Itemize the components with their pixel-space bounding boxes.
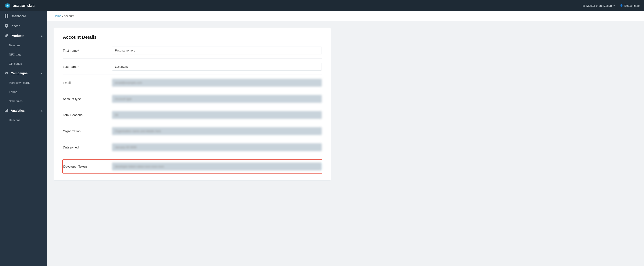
products-chevron-icon: ∧: [41, 35, 42, 37]
form-row-organization: Organization: [63, 127, 322, 139]
pin-icon: [4, 24, 8, 28]
sidebar-item-label: Schedules: [9, 99, 22, 103]
org-chevron-icon: ▼: [613, 5, 615, 7]
form-value-email: [112, 79, 322, 87]
sidebar-item-label: QR codes: [9, 62, 22, 65]
form-value-total-beacons: [112, 111, 322, 119]
form-value-account-type: [112, 95, 322, 103]
sidebar-item-label: Forms: [9, 90, 17, 94]
form-value-first-name: [112, 47, 322, 54]
form-input-account-type: [112, 95, 322, 103]
form-input-first-name[interactable]: [112, 47, 322, 54]
form-row-email: Email: [63, 79, 322, 91]
brand-logo-icon: [4, 3, 11, 9]
svg-rect-4: [5, 16, 6, 18]
campaigns-chevron-icon: ∧: [41, 72, 42, 75]
user-icon: 👤: [620, 4, 623, 8]
form-value-developer-token: [112, 163, 322, 170]
sidebar-item-nfc-tags[interactable]: NFC tags: [0, 50, 47, 59]
sidebar-item-analytics[interactable]: Analytics ∧: [0, 106, 47, 116]
form-label-last-name: Last name*: [63, 65, 112, 69]
sidebar-item-beacons[interactable]: Beacons: [0, 41, 47, 50]
form-label-date-joined: Date joined: [63, 146, 112, 149]
org-selector[interactable]: ▦ Master organization ▼: [582, 4, 615, 8]
form-label-account-type: Account type: [63, 97, 112, 101]
main-content: Home / Account Account Details First nam…: [47, 11, 644, 266]
breadcrumb-home[interactable]: Home: [54, 14, 62, 18]
form-label-developer-token: Developer Token: [63, 165, 112, 168]
sidebar-item-campaigns[interactable]: Campaigns ∧: [0, 68, 47, 78]
form-row-date-joined: Date joined: [63, 143, 322, 155]
sidebar-item-label: NFC tags: [9, 53, 21, 56]
form-input-last-name[interactable]: [112, 63, 322, 71]
form-row-first-name: First name*: [63, 47, 322, 59]
user-label: Beaconstac: [624, 4, 640, 8]
org-label: Master organization: [586, 4, 612, 8]
form-label-total-beacons: Total Beacons: [63, 113, 112, 117]
sidebar: Dashboard Places Products ∧ Beacons NFC …: [0, 11, 47, 266]
sidebar-item-places[interactable]: Places: [0, 21, 47, 31]
sidebar-item-label: Places: [11, 24, 20, 28]
grid-icon: [4, 14, 8, 18]
svg-rect-3: [7, 14, 8, 16]
form-rows: First name*Last name*EmailAccount typeTo…: [63, 47, 322, 173]
navbar: beaconstac ▦ Master organization ▼ 👤 Bea…: [0, 0, 644, 11]
tag-icon: [4, 34, 8, 38]
sidebar-item-label: Analytics: [11, 109, 24, 112]
svg-rect-5: [7, 16, 8, 18]
card-title: Account Details: [63, 35, 322, 40]
sidebar-item-schedules[interactable]: Schedules: [0, 97, 47, 106]
user-menu[interactable]: 👤 Beaconstac: [620, 4, 640, 8]
sidebar-item-markdown-cards[interactable]: Markdown cards: [0, 78, 47, 87]
bar-chart-icon: [4, 109, 8, 113]
sidebar-item-label: Beacons: [9, 44, 20, 47]
form-value-last-name: [112, 63, 322, 71]
analytics-chevron-icon: ∧: [41, 110, 42, 112]
form-label-email: Email: [63, 81, 112, 85]
sidebar-item-label: Markdown cards: [9, 81, 30, 84]
form-row-developer-token: Developer Token: [62, 159, 322, 173]
form-label-first-name: First name*: [63, 49, 112, 52]
sidebar-item-label: Campaigns: [11, 71, 28, 75]
form-value-organization: [112, 127, 322, 135]
content-area: Account Details First name*Last name*Ema…: [47, 21, 644, 187]
sidebar-item-qr-codes[interactable]: QR codes: [0, 59, 47, 68]
brand-name: beaconstac: [12, 3, 35, 8]
form-row-total-beacons: Total Beacons: [63, 111, 322, 123]
form-input-total-beacons: [112, 111, 322, 119]
sidebar-item-label: Products: [11, 34, 24, 38]
svg-rect-8: [8, 109, 8, 112]
sidebar-item-label: Beacons: [9, 118, 20, 122]
form-input-email: [112, 79, 322, 87]
sidebar-item-forms[interactable]: Forms: [0, 87, 47, 97]
form-input-organization: [112, 127, 322, 135]
sidebar-item-label: Dashboard: [11, 14, 26, 18]
navbar-right: ▦ Master organization ▼ 👤 Beaconstac: [582, 4, 640, 8]
form-row-account-type: Account type: [63, 95, 322, 107]
form-input-developer-token: [112, 163, 322, 170]
form-label-organization: Organization: [63, 129, 112, 133]
sidebar-item-analytics-beacons[interactable]: Beacons: [0, 116, 47, 125]
form-row-last-name: Last name*: [63, 63, 322, 75]
breadcrumb: Home / Account: [47, 11, 644, 21]
breadcrumb-current: Account: [64, 14, 74, 18]
org-icon: ▦: [582, 4, 585, 8]
megaphone-icon: [4, 71, 8, 75]
svg-rect-7: [6, 110, 7, 112]
app-body: Dashboard Places Products ∧ Beacons NFC …: [0, 11, 644, 266]
svg-rect-6: [5, 111, 6, 112]
svg-point-1: [7, 5, 8, 7]
breadcrumb-separator: /: [62, 14, 63, 18]
form-value-date-joined: [112, 143, 322, 151]
brand[interactable]: beaconstac: [4, 3, 35, 9]
sidebar-item-dashboard[interactable]: Dashboard: [0, 11, 47, 21]
svg-rect-2: [5, 14, 6, 16]
form-input-date-joined: [112, 143, 322, 151]
account-details-card: Account Details First name*Last name*Ema…: [54, 28, 331, 180]
sidebar-item-products[interactable]: Products ∧: [0, 31, 47, 41]
